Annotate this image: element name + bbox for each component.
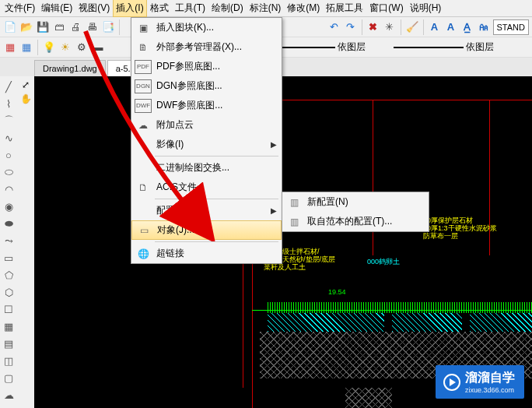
text-check-icon[interactable]: A̲ — [460, 20, 474, 34]
sun-icon[interactable]: ☀ — [58, 40, 72, 55]
menu-pdf-underlay[interactable]: PDF PDF参照底图... — [131, 57, 282, 76]
region-icon[interactable]: ◫ — [2, 353, 16, 368]
menu-xref-manager[interactable]: 🗎 外部参考管理器(X)... — [131, 37, 282, 57]
menu-dgn-underlay[interactable]: DGN DGN参照底图... — [131, 76, 282, 96]
drawing-canvas[interactable]: 00厚保护层石材 00厚1:3干硬性水泥砂浆 防草布一层 300厚级士拌石材/ … — [34, 76, 532, 408]
print-icon[interactable]: 🖨 — [68, 20, 82, 34]
polygon2-icon[interactable]: ⬡ — [2, 285, 16, 299]
hatch2-icon[interactable]: ▦ — [19, 40, 33, 55]
tab-drawing1[interactable]: Drawing1.dwg — [34, 60, 106, 76]
donut-icon[interactable]: ◉ — [2, 199, 16, 213]
menu-edit[interactable]: 编辑(E) — [38, 0, 75, 17]
gear-icon[interactable]: ⚙ — [75, 40, 89, 55]
watermark-title: 溜溜自学 — [465, 371, 515, 384]
separator — [423, 19, 424, 35]
save-icon[interactable]: 💾 — [36, 20, 50, 34]
curve-icon[interactable]: ⤳ — [2, 234, 16, 248]
print-preview-icon[interactable]: 🖶 — [85, 20, 99, 34]
layer-label-2[interactable]: 依图层 — [466, 40, 494, 54]
submenu-arrow-icon: ▶ — [271, 140, 277, 149]
layer-label-1[interactable]: 依图层 — [338, 40, 366, 54]
menu-dwf-underlay[interactable]: DWF DWF参照底图... — [131, 96, 282, 115]
submenu-new-layout[interactable]: ▥ 新配置(N) — [282, 192, 429, 212]
menu-help[interactable]: 说明(H) — [407, 0, 445, 17]
play-icon — [443, 374, 460, 391]
menu-hyperlink[interactable]: 🌐 超链接 — [131, 244, 282, 263]
cloud-icon[interactable]: ☁ — [2, 388, 16, 402]
polyline-icon[interactable]: ⌇ — [2, 97, 16, 111]
line-sample-2 — [394, 47, 464, 48]
cyan-hatch — [470, 313, 532, 332]
open-icon[interactable]: 📂 — [19, 20, 33, 34]
text-find-icon[interactable]: 🗛 — [477, 20, 491, 34]
menu-insert-block[interactable]: ▣ 插入图块(K)... — [131, 18, 282, 37]
dwf-icon: DWF — [135, 99, 152, 113]
menu-view[interactable]: 视图(V) — [75, 0, 113, 17]
arc2-icon[interactable]: ◠ — [2, 182, 16, 196]
new-icon[interactable]: 📄 — [3, 20, 17, 34]
layout-submenu: ▥ 新配置(N) ▥ 取自范本的配置(T)... — [282, 192, 429, 232]
arc-icon[interactable]: ⌒ — [2, 114, 16, 128]
polygon-icon[interactable]: ⬠ — [2, 268, 16, 282]
separator — [119, 19, 120, 35]
menu-file[interactable]: 文件(F) — [2, 0, 38, 17]
menu-tools[interactable]: 工具(T) — [172, 0, 208, 17]
separator — [362, 19, 362, 35]
circle-icon[interactable]: ○ — [2, 148, 16, 162]
gradient-icon[interactable]: ▤ — [2, 336, 16, 350]
menu-insert[interactable]: 插入(I) — [113, 0, 146, 17]
separator — [401, 19, 401, 35]
menu-image[interactable]: 影像(I) ▶ — [131, 135, 282, 154]
annotation-text-1: 00厚保护层石材 00厚1:3干硬性水泥砂浆 防草布一层 — [423, 216, 497, 240]
menu-attach-cloud[interactable]: ☁ 附加点云 — [131, 115, 282, 135]
pan-icon[interactable]: ✋ — [20, 93, 32, 104]
ellipse2-icon[interactable]: ⬬ — [2, 216, 16, 230]
fireworks-icon[interactable]: ✳ — [383, 20, 397, 34]
wipeout-icon[interactable]: ▢ — [2, 371, 16, 385]
menu-layout[interactable]: 配置(W) ▶ — [131, 201, 282, 220]
light-icon[interactable]: 💡 — [42, 40, 56, 55]
menu-extension[interactable]: 拓展工具 — [323, 0, 366, 17]
undo-icon[interactable]: ↶ — [327, 20, 341, 34]
rectangle-icon[interactable]: ▭ — [2, 251, 16, 265]
hyperlink-icon: 🌐 — [135, 247, 152, 261]
dgn-icon: DGN — [135, 79, 152, 93]
menu-window[interactable]: 窗口(W) — [366, 0, 406, 17]
separator — [37, 40, 38, 55]
submenu-from-template[interactable]: ▥ 取自范本的配置(T)... — [282, 212, 429, 231]
hatch-tool-icon[interactable]: ▦ — [2, 319, 16, 333]
text-style-field[interactable]: STAND — [493, 19, 529, 35]
layout-icon — [135, 204, 152, 218]
annotation-text-3: 000鹤卵土 — [367, 257, 400, 267]
saveall-icon[interactable]: 🗃 — [52, 20, 66, 34]
erase-icon[interactable]: 🧹 — [405, 20, 419, 34]
menu-format[interactable]: 格式 — [147, 0, 172, 17]
publish-icon[interactable]: 📑 — [101, 20, 115, 34]
menu-binary-exchange[interactable]: 二进制绘图交换... — [131, 158, 282, 178]
cloud-attach-icon: ☁ — [135, 118, 152, 132]
separator — [155, 241, 278, 242]
object-icon: ▭ — [135, 223, 152, 237]
layer-icon[interactable]: ▬ — [91, 40, 105, 55]
gray-hatch — [345, 388, 392, 408]
delete-icon[interactable]: ✖ — [366, 20, 380, 34]
draw-toolbar: ╱ ⌇ ⌒ ∿ ○ ⬭ ◠ ◉ ⬬ ⤳ ▭ ⬠ ⬡ ☐ ▦ ▤ ◫ ▢ ☁ — [0, 76, 17, 408]
new-layout-icon: ▥ — [285, 195, 303, 209]
dimension-text: 19.54 — [328, 288, 346, 296]
menu-object[interactable]: ▭ 对象(J)... — [131, 220, 282, 240]
menu-draw[interactable]: 绘制(D) — [208, 0, 247, 17]
nav-icon[interactable]: ⤢ — [22, 79, 30, 90]
text-a2-icon[interactable]: A — [444, 20, 458, 34]
box-icon[interactable]: ☐ — [2, 302, 16, 316]
text-a-icon[interactable]: A — [428, 20, 442, 34]
menu-acis-file[interactable]: 🗋 ACIS文件... — [131, 178, 282, 197]
menu-annotate[interactable]: 标注(N) — [247, 0, 285, 17]
spline-icon[interactable]: ∿ — [2, 131, 16, 145]
ellipse-icon[interactable]: ⬭ — [2, 165, 16, 179]
menu-modify[interactable]: 修改(M) — [284, 0, 323, 17]
redo-icon[interactable]: ↷ — [344, 20, 358, 34]
menu-bar: 文件(F) 编辑(E) 视图(V) 插入(I) 格式 工具(T) 绘制(D) 标… — [0, 0, 532, 17]
hatch-icon[interactable]: ▦ — [3, 40, 17, 55]
watermark-url: zixue.3d66.com — [465, 386, 515, 394]
line-icon[interactable]: ╱ — [2, 79, 16, 93]
